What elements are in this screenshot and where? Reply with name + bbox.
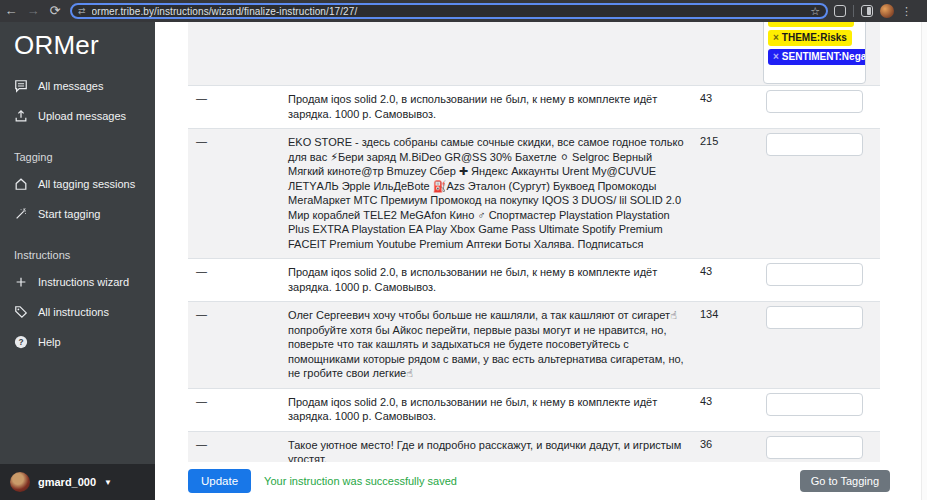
row-message-text: Продам iqos solid 2.0, в использовании н… <box>288 86 700 128</box>
sidebar: ORMer All messages Upload messages Taggi… <box>0 22 155 500</box>
table-row: — EKO STORE - здесь собраны самые сочные… <box>188 128 880 258</box>
chat-icon <box>14 79 28 93</box>
table-row: — Продам iqos solid 2.0, в использовании… <box>188 85 880 128</box>
messages-table: ×THEME:Risks×SENTIMENT:Negative — Продам… <box>188 22 880 500</box>
reload-icon[interactable]: ⟳ <box>44 0 66 22</box>
sidebar-item-label: Help <box>38 336 61 348</box>
user-name: gmard_000 <box>38 476 96 488</box>
go-to-tagging-button[interactable]: Go to Tagging <box>800 470 890 492</box>
row-tag-input[interactable] <box>766 263 863 286</box>
sidebar-item-label: Start tagging <box>38 208 100 220</box>
row-dash: — <box>188 302 288 388</box>
row-tag-input[interactable] <box>766 306 863 329</box>
main-content: ×THEME:Risks×SENTIMENT:Negative — Продам… <box>155 22 927 500</box>
bookmark-star-icon[interactable]: ☆ <box>810 5 820 18</box>
home-icon <box>14 177 28 191</box>
sidebar-item-label: All messages <box>38 80 103 92</box>
status-message: Your instruction was successfully saved <box>264 475 457 487</box>
row-input-cell <box>766 86 880 128</box>
row-tag-input[interactable] <box>766 133 863 156</box>
scrollbar[interactable] <box>921 22 927 500</box>
toolbar-divider <box>853 5 854 17</box>
row-dash: — <box>188 86 288 128</box>
row-tag-input[interactable] <box>766 90 863 113</box>
url-bar[interactable]: ⇄ ormer.tribe.by/instructions/wizard/fin… <box>70 3 828 19</box>
row-input-cell <box>766 129 880 258</box>
row-message-text: EKO STORE - здесь собраны самые сочные с… <box>288 129 700 258</box>
row-count: 43 <box>700 86 766 128</box>
row-message-text: Продам iqos solid 2.0, в использовании н… <box>288 389 700 431</box>
help-icon: ? <box>14 335 28 349</box>
chevron-down-icon: ▼ <box>104 478 112 487</box>
row-input-cell <box>766 302 880 388</box>
row-dash: — <box>188 259 288 301</box>
browser-menu-icon[interactable]: ⋮ <box>901 5 912 18</box>
sidebar-item-start-tagging[interactable]: Start tagging <box>0 199 155 229</box>
sidebar-item-label: All instructions <box>38 306 109 318</box>
table-row: — Продам iqos solid 2.0, в использовании… <box>188 388 880 431</box>
row-message-text: Продам iqos solid 2.0, в использовании н… <box>288 259 700 301</box>
user-menu[interactable]: gmard_000 ▼ <box>0 464 155 500</box>
update-button[interactable]: Update <box>188 469 251 493</box>
sidebar-item-label: All tagging sessions <box>38 178 135 190</box>
tag-chip[interactable]: ×SENTIMENT:Negative <box>768 49 866 65</box>
row-dash: — <box>188 129 288 258</box>
site-info-icon[interactable]: ⇄ <box>78 6 86 16</box>
row-input-cell <box>766 259 880 301</box>
sidebar-item-label: Upload messages <box>38 110 126 122</box>
forward-icon[interactable]: → <box>22 0 44 22</box>
sidebar-item-upload-messages[interactable]: Upload messages <box>0 101 155 131</box>
sidebar-item-all-messages[interactable]: All messages <box>0 71 155 101</box>
table-row-tags: ×THEME:Risks×SENTIMENT:Negative <box>188 22 880 85</box>
row-input-cell <box>766 389 880 431</box>
extensions-icon[interactable] <box>834 5 846 17</box>
table-row: — Олег Сергеевич хочу чтобы больше не ка… <box>188 301 880 388</box>
sidebar-item-instructions-wizard[interactable]: Instructions wizard <box>0 267 155 297</box>
sidebar-item-help[interactable]: ? Help <box>0 327 155 357</box>
side-panel-icon[interactable] <box>861 5 873 17</box>
row-dash: — <box>188 389 288 431</box>
row-count: 43 <box>700 389 766 431</box>
tag-chip[interactable]: ×THEME:Risks <box>768 30 852 46</box>
row-tag-input[interactable] <box>766 436 863 459</box>
plus-icon <box>14 275 28 289</box>
row-count: 43 <box>700 259 766 301</box>
sidebar-item-all-tagging-sessions[interactable]: All tagging sessions <box>0 169 155 199</box>
sidebar-item-all-instructions[interactable]: All instructions <box>0 297 155 327</box>
remove-tag-icon[interactable]: × <box>773 51 779 62</box>
sidebar-section-tagging: Tagging <box>0 145 155 169</box>
table-row: — Продам iqos solid 2.0, в использовании… <box>188 258 880 301</box>
wand-icon <box>14 207 28 221</box>
bottom-bar: Update Your instruction was successfully… <box>188 462 927 500</box>
browser-profile-avatar[interactable] <box>880 4 894 18</box>
user-avatar <box>10 472 30 492</box>
row-tag-input[interactable] <box>766 393 863 416</box>
upload-icon <box>14 109 28 123</box>
tag-icon <box>14 305 28 319</box>
back-icon[interactable]: ← <box>0 0 22 22</box>
sidebar-section-instructions: Instructions <box>0 243 155 267</box>
svg-text:?: ? <box>18 337 23 347</box>
row-count: 215 <box>700 129 766 258</box>
sidebar-item-label: Instructions wizard <box>38 276 129 288</box>
app-logo[interactable]: ORMer <box>0 22 155 71</box>
url-text[interactable]: ormer.tribe.by/instructions/wizard/final… <box>92 6 807 17</box>
remove-tag-icon[interactable]: × <box>773 32 779 43</box>
tags-input[interactable]: ×THEME:Risks×SENTIMENT:Negative <box>763 22 866 84</box>
row-message-text: Олег Сергеевич хочу чтобы больше не кашл… <box>288 302 700 388</box>
row-count: 134 <box>700 302 766 388</box>
tag-chip-partial[interactable] <box>768 22 854 27</box>
browser-toolbar: ← → ⟳ ⇄ ormer.tribe.by/instructions/wiza… <box>0 0 927 22</box>
